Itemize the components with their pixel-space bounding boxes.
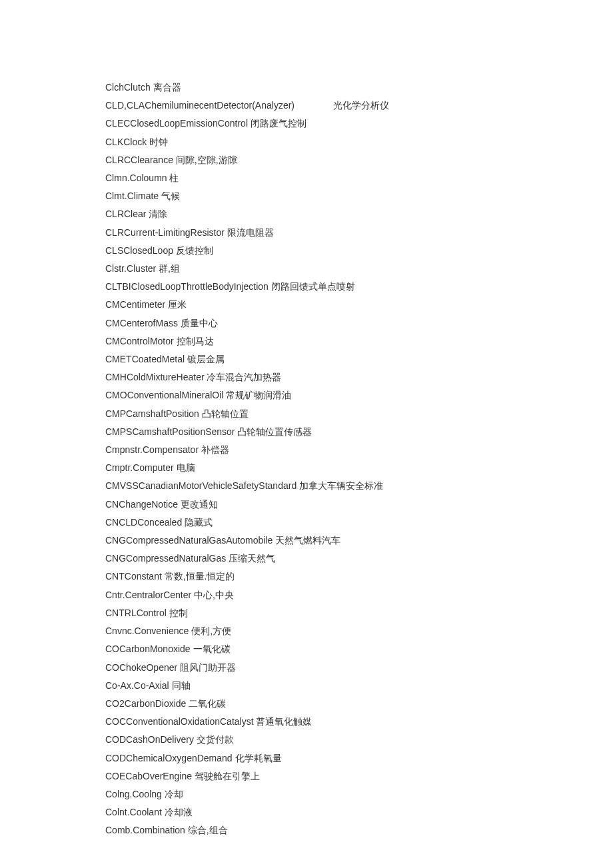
- glossary-line: CNChangeNotice 更改通知: [105, 496, 613, 514]
- glossary-line: Cnvnc.Convenience 便利,方便: [105, 622, 613, 640]
- glossary-line: CLD,CLAChemiluminecentDetector(Analyzer)…: [105, 97, 613, 115]
- glossary-line: COCarbonMonoxide 一氧化碳: [105, 640, 613, 658]
- glossary-line: CMCentimeter 厘米: [105, 296, 613, 314]
- glossary-line: Colnt.Coolant 冷却液: [105, 803, 613, 821]
- glossary-line: CLSClosedLoop 反馈控制: [105, 242, 613, 260]
- glossary-line: COCConventionalOxidationCatalyst 普通氧化触媒: [105, 713, 613, 731]
- glossary-line: CLKClock 时钟: [105, 133, 613, 151]
- glossary-line: Clmt.Climate 气候: [105, 187, 613, 205]
- glossary-line: CMPSCamshaftPositionSensor 凸轮轴位置传感器: [105, 423, 613, 441]
- glossary-line: CNTRLControl 控制: [105, 604, 613, 622]
- glossary-line: CMHColdMixtureHeater 冷车混合汽加热器: [105, 368, 613, 386]
- glossary-line: CNTConstant 常数,恒量.恒定的: [105, 568, 613, 586]
- glossary-line: ClchClutch 离合器: [105, 79, 613, 97]
- document-page: ClchClutch 离合器CLD,CLAChemiluminecentDete…: [0, 0, 613, 840]
- glossary-line: Clmn.Coloumn 柱: [105, 169, 613, 187]
- glossary-line: CLRCurrent-LimitingResistor 限流电阻器: [105, 224, 613, 242]
- glossary-line: CMETCoatedMetal 镀层金属: [105, 350, 613, 368]
- glossary-line: CNGCompressedNaturalGasAutomobile 天然气燃料汽…: [105, 532, 613, 550]
- glossary-line: CLECClosedLoopEmissionControl 闭路废气控制: [105, 115, 613, 133]
- glossary-line: Cmpnstr.Compensator 补偿器: [105, 441, 613, 459]
- glossary-line: CMControlMotor 控制马达: [105, 332, 613, 350]
- glossary-line: CLTBIClosedLoopThrottleBodyInjection 闭路回…: [105, 278, 613, 296]
- glossary-line: CLRClear 清除: [105, 205, 613, 223]
- glossary-line: CLRCClearance 间隙,空隙,游隙: [105, 151, 613, 169]
- glossary-line: CODChemicalOxygenDemand 化学耗氧量: [105, 749, 613, 767]
- glossary-line: CMVSSCanadianMotorVehicleSafetyStandard …: [105, 477, 613, 495]
- glossary-list: ClchClutch 离合器CLD,CLAChemiluminecentDete…: [105, 79, 613, 840]
- glossary-line: CODCashOnDelivery 交货付款: [105, 731, 613, 749]
- glossary-line: Colng.Coolng 冷却: [105, 785, 613, 803]
- glossary-line: CMOConventionalMineralOil 常规矿物润滑油: [105, 386, 613, 404]
- glossary-line: CMCenterofMass 质量中心: [105, 314, 613, 332]
- glossary-line: Cntr.CentralorCenter 中心,中央: [105, 586, 613, 604]
- glossary-line: Clstr.Cluster 群,组: [105, 260, 613, 278]
- glossary-line: CO2CarbonDioxide 二氧化碳: [105, 695, 613, 713]
- glossary-line: COECabOverEngine 驾驶舱在引擎上: [105, 767, 613, 785]
- glossary-line: CNGCompressedNaturalGas 压缩天然气: [105, 550, 613, 568]
- glossary-line: COChokeOpener 阻风门助开器: [105, 659, 613, 677]
- glossary-line: Comb.Combination 综合,组合: [105, 821, 613, 839]
- glossary-line: Cmptr.Computer 电脑: [105, 459, 613, 477]
- glossary-line: Co-Ax.Co-Axial 同轴: [105, 677, 613, 695]
- glossary-line: CMPCamshaftPosition 凸轮轴位置: [105, 405, 613, 423]
- glossary-line: CNCLDConcealed 隐藏式: [105, 514, 613, 532]
